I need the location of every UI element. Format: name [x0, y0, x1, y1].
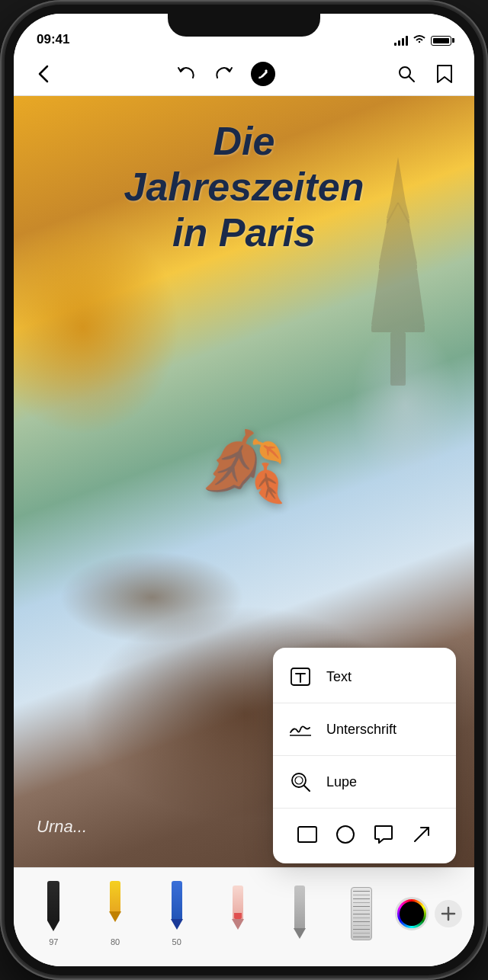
blue-pen-label: 50 — [172, 937, 181, 946]
popup-item-text[interactable]: Text — [273, 654, 456, 700]
pencil-body — [294, 886, 305, 928]
book-title-text: DieJahreszeitenin Paris — [37, 119, 451, 255]
svg-rect-8 — [390, 332, 406, 386]
phone-screen: 09:41 — [14, 14, 474, 966]
highlighter-body-container — [107, 881, 124, 934]
toolbar — [14, 52, 474, 96]
popup-unterschrift-label: Unterschrift — [326, 722, 396, 738]
undo-button[interactable] — [175, 62, 197, 85]
highlighter-tool[interactable]: 80 — [88, 881, 143, 946]
blue-pen-body — [172, 881, 182, 919]
markup-button[interactable] — [251, 62, 275, 86]
eraser-body — [233, 886, 243, 919]
signal-bar-4 — [406, 36, 408, 46]
ruler-tool[interactable] — [333, 887, 389, 940]
svg-marker-6 — [371, 270, 425, 325]
shape-circle-button[interactable] — [333, 822, 358, 847]
pencil-tip — [294, 928, 306, 939]
shape-speech-bubble-button[interactable] — [371, 822, 396, 847]
signal-bar-3 — [402, 38, 404, 46]
popup-menu: Text Unterschrift — [273, 648, 456, 863]
author-name: Urna... — [37, 817, 87, 837]
status-icons — [394, 34, 451, 47]
popup-divider-2 — [273, 755, 456, 756]
ruler-body — [351, 887, 372, 940]
highlighter-body — [110, 881, 120, 911]
svg-line-19 — [415, 828, 429, 841]
add-button[interactable] — [435, 900, 462, 927]
notch — [168, 14, 320, 37]
popup-divider-3 — [273, 808, 456, 809]
pen-tool[interactable]: 97 — [26, 881, 82, 946]
pencil-body-container — [291, 886, 308, 939]
popup-divider-1 — [273, 703, 456, 703]
pen-tip — [47, 921, 59, 931]
toolbar-center — [175, 62, 275, 86]
color-picker[interactable] — [395, 897, 429, 930]
svg-line-1 — [409, 76, 414, 82]
status-time: 09:41 — [37, 32, 69, 47]
popup-item-unterschrift[interactable]: Unterschrift — [273, 706, 456, 752]
svg-rect-17 — [298, 827, 316, 842]
eraser-body-container — [230, 886, 246, 939]
eraser-tip — [232, 919, 244, 930]
popup-text-label: Text — [326, 669, 352, 685]
bookmark-button[interactable] — [433, 62, 456, 85]
highlighter-label: 80 — [111, 937, 120, 946]
toolbar-left — [32, 62, 55, 85]
blue-pen-tip — [171, 919, 183, 930]
book-title: DieJahreszeitenin Paris — [37, 119, 451, 255]
text-icon — [288, 665, 313, 689]
shape-arrow-button[interactable] — [409, 822, 434, 847]
signal-bars-icon — [394, 35, 408, 46]
blue-pen-tool[interactable]: 50 — [149, 881, 204, 946]
highlighter-tip — [109, 911, 121, 922]
search-button[interactable] — [395, 62, 418, 85]
battery-icon — [431, 36, 451, 46]
blue-pen-body-container — [169, 881, 185, 934]
signature-icon — [288, 717, 313, 741]
svg-point-16 — [295, 777, 303, 784]
bottom-toolbar: 97 80 50 — [14, 867, 474, 966]
back-button[interactable] — [32, 62, 55, 85]
svg-rect-5 — [379, 264, 417, 270]
svg-rect-7 — [371, 325, 425, 332]
wifi-icon — [413, 34, 426, 47]
pen-body-container — [45, 881, 62, 934]
redo-button[interactable] — [213, 62, 236, 85]
toolbar-right — [395, 62, 456, 85]
eraser-tool[interactable] — [210, 886, 266, 942]
magnifier-icon — [288, 770, 313, 794]
pen-label: 97 — [49, 937, 58, 946]
svg-point-18 — [337, 826, 354, 843]
shape-rectangle-button[interactable] — [295, 822, 319, 847]
color-picker-inner — [400, 902, 424, 926]
popup-lupe-label: Lupe — [326, 774, 357, 790]
pencil-tool[interactable] — [272, 886, 328, 942]
popup-shapes-row — [273, 812, 456, 857]
signal-bar-2 — [398, 40, 400, 46]
signal-bar-1 — [394, 43, 396, 46]
phone-frame: 09:41 — [0, 0, 488, 980]
popup-item-lupe[interactable]: Lupe — [273, 759, 456, 805]
pen-body — [47, 881, 59, 921]
leaf-decoration: 🍂 — [201, 426, 287, 506]
battery-fill — [433, 38, 449, 43]
